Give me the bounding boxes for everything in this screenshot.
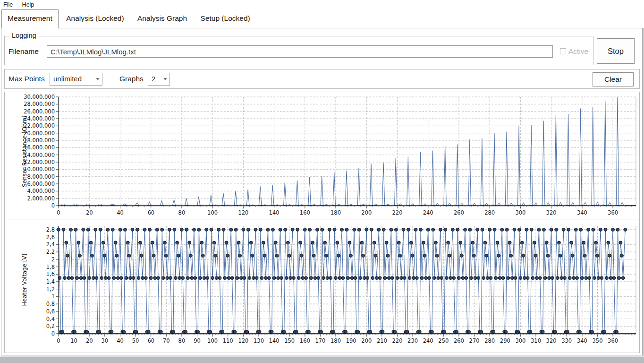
svg-text:8.000.000: 8.000.000 bbox=[27, 173, 55, 180]
heater-voltage-chart-container: 00,20,40,60,811,21,41,61,822,22,42,62,80… bbox=[5, 219, 639, 352]
svg-text:180: 180 bbox=[330, 337, 341, 344]
graphs-select[interactable]: 2 bbox=[148, 73, 170, 86]
svg-text:12.000.000: 12.000.000 bbox=[24, 159, 55, 165]
svg-text:26.000.000: 26.000.000 bbox=[24, 108, 55, 115]
svg-text:1,6: 1,6 bbox=[46, 271, 55, 277]
svg-text:70: 70 bbox=[163, 337, 170, 344]
svg-text:180: 180 bbox=[330, 209, 341, 216]
svg-text:260: 260 bbox=[454, 337, 464, 344]
svg-text:130: 130 bbox=[254, 337, 264, 344]
stop-button[interactable]: Stop bbox=[597, 38, 635, 64]
svg-text:28.000.000: 28.000.000 bbox=[24, 101, 55, 107]
svg-text:10.000.000: 10.000.000 bbox=[24, 166, 55, 173]
max-points-label: Max Points bbox=[8, 75, 45, 83]
svg-text:280: 280 bbox=[484, 209, 495, 216]
svg-text:20: 20 bbox=[86, 337, 93, 344]
svg-text:1,2: 1,2 bbox=[46, 286, 55, 293]
svg-text:330: 330 bbox=[561, 337, 572, 344]
svg-text:120: 120 bbox=[238, 337, 248, 344]
svg-text:4.000.000: 4.000.000 bbox=[27, 188, 55, 194]
svg-text:18.000.000: 18.000.000 bbox=[24, 137, 55, 144]
svg-text:140: 140 bbox=[269, 337, 280, 344]
svg-text:1: 1 bbox=[51, 293, 55, 300]
svg-text:100: 100 bbox=[207, 209, 218, 216]
svg-text:2,4: 2,4 bbox=[46, 241, 55, 248]
svg-text:90: 90 bbox=[194, 337, 201, 344]
sensor-resistance-chart: 02.000.0004.000.0006.000.0008.000.00010.… bbox=[5, 92, 639, 219]
svg-text:360: 360 bbox=[608, 337, 618, 344]
svg-text:240: 240 bbox=[423, 209, 433, 216]
chevron-down-icon bbox=[96, 78, 100, 80]
svg-text:1,8: 1,8 bbox=[46, 264, 55, 270]
graph-controls-panel: Max Points unlimited Graphs 2 Clear bbox=[4, 69, 640, 89]
measurement-tab-page: Logging Filename Active Stop Max Points … bbox=[1, 28, 643, 355]
svg-text:260: 260 bbox=[454, 209, 464, 216]
active-checkbox bbox=[560, 48, 566, 54]
svg-text:160: 160 bbox=[300, 337, 310, 344]
svg-text:50: 50 bbox=[132, 337, 139, 344]
svg-text:240: 240 bbox=[423, 337, 433, 344]
svg-text:200: 200 bbox=[361, 337, 372, 344]
svg-text:0: 0 bbox=[51, 330, 55, 337]
svg-text:210: 210 bbox=[377, 337, 387, 344]
svg-text:30.000.000: 30.000.000 bbox=[24, 94, 55, 100]
svg-text:30: 30 bbox=[101, 337, 108, 344]
svg-text:290: 290 bbox=[500, 337, 510, 344]
svg-text:6.000.000: 6.000.000 bbox=[27, 181, 55, 187]
tab-analysis-graph[interactable]: Analysis Graph bbox=[132, 10, 193, 26]
svg-text:2,6: 2,6 bbox=[46, 234, 55, 241]
svg-text:1,4: 1,4 bbox=[46, 278, 55, 285]
filename-label: Filename bbox=[8, 47, 39, 56]
svg-text:60: 60 bbox=[147, 209, 154, 216]
svg-text:16.000.000: 16.000.000 bbox=[24, 144, 55, 151]
graphs-label: Graphs bbox=[119, 75, 144, 83]
svg-text:2.000.000: 2.000.000 bbox=[27, 195, 55, 202]
svg-text:0,6: 0,6 bbox=[46, 308, 55, 315]
svg-text:20.000.000: 20.000.000 bbox=[24, 130, 55, 137]
app-window: File Help Measurement Analysis (Locked) … bbox=[0, 0, 644, 363]
svg-text:300: 300 bbox=[515, 209, 525, 216]
svg-text:110: 110 bbox=[223, 337, 233, 344]
svg-text:40: 40 bbox=[117, 209, 124, 216]
max-points-select[interactable]: unlimited bbox=[50, 73, 102, 86]
svg-text:0,4: 0,4 bbox=[46, 316, 55, 322]
svg-text:Senser Resistance [Ohm]: Senser Resistance [Ohm] bbox=[21, 115, 28, 187]
window-bottom-edge bbox=[0, 356, 644, 363]
svg-text:280: 280 bbox=[484, 337, 495, 344]
sensor-resistance-chart-container: 02.000.0004.000.0006.000.0008.000.00010.… bbox=[5, 92, 639, 219]
svg-text:300: 300 bbox=[515, 337, 525, 344]
heater-voltage-chart: 00,20,40,60,811,21,41,61,822,22,42,62,80… bbox=[5, 219, 639, 352]
tab-analysis-locked[interactable]: Analysis (Locked) bbox=[60, 10, 129, 26]
tab-measurement[interactable]: Measurement bbox=[1, 9, 59, 28]
tab-strip: Measurement Analysis (Locked) Analysis G… bbox=[0, 9, 644, 28]
menu-item-file[interactable]: File bbox=[0, 0, 17, 9]
chevron-down-icon bbox=[163, 78, 167, 80]
clear-button[interactable]: Clear bbox=[593, 72, 634, 86]
logging-group-label: Logging bbox=[9, 32, 39, 39]
svg-text:0,2: 0,2 bbox=[46, 323, 55, 329]
svg-text:2: 2 bbox=[51, 256, 55, 263]
tab-setup-locked[interactable]: Setup (Locked) bbox=[195, 10, 256, 26]
menu-item-help[interactable]: Help bbox=[19, 0, 38, 9]
svg-text:350: 350 bbox=[593, 337, 603, 344]
svg-text:250: 250 bbox=[438, 337, 449, 344]
svg-text:80: 80 bbox=[178, 337, 186, 344]
svg-text:340: 340 bbox=[577, 337, 587, 344]
svg-text:170: 170 bbox=[315, 337, 325, 344]
svg-text:24.000.000: 24.000.000 bbox=[24, 115, 55, 122]
svg-text:160: 160 bbox=[300, 209, 310, 216]
svg-text:270: 270 bbox=[469, 337, 480, 344]
filename-input[interactable] bbox=[47, 45, 553, 58]
svg-text:0: 0 bbox=[57, 337, 60, 344]
menu-bar: File Help bbox=[0, 0, 644, 9]
svg-text:360: 360 bbox=[608, 209, 618, 216]
max-points-value: unlimited bbox=[53, 75, 82, 83]
svg-text:0: 0 bbox=[57, 209, 60, 216]
svg-text:22.000.000: 22.000.000 bbox=[24, 122, 55, 129]
svg-text:10: 10 bbox=[70, 337, 77, 344]
svg-text:320: 320 bbox=[546, 337, 557, 344]
graphs-value: 2 bbox=[152, 75, 155, 83]
svg-text:310: 310 bbox=[531, 337, 541, 344]
svg-text:20: 20 bbox=[86, 209, 93, 216]
svg-text:190: 190 bbox=[346, 337, 356, 344]
